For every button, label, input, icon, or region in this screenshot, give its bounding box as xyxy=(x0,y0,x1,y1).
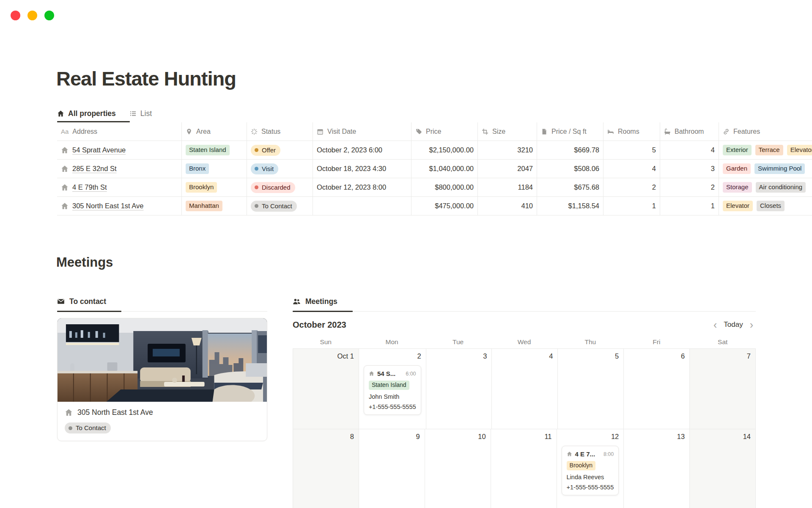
event-title-row: 4 E 7... 8:00 xyxy=(567,450,614,458)
house-icon xyxy=(65,409,73,417)
pin-icon xyxy=(186,128,192,135)
feature-badge: Exterior xyxy=(723,145,752,155)
column-header-size[interactable]: Size xyxy=(478,122,537,141)
calendar-day-cell[interactable]: 9 xyxy=(359,429,425,508)
cell-size[interactable]: 3210 xyxy=(478,141,537,160)
column-header-visit-date[interactable]: Visit Date xyxy=(313,122,411,141)
column-header-features[interactable]: Features xyxy=(719,122,812,141)
property-card-address[interactable]: 305 North East 1st Ave xyxy=(65,408,260,417)
calendar-day-cell[interactable]: 12 4 E 7... 8:00 Brooklyn Linda Reeves +… xyxy=(557,429,624,508)
cell-rooms[interactable]: 4 xyxy=(604,160,660,178)
cell-address[interactable]: 285 E 32nd St xyxy=(57,160,182,178)
calendar-day-cell[interactable]: 14 xyxy=(689,429,756,508)
cell-features[interactable]: Exterior Terrace Elevator xyxy=(719,141,812,160)
calendar-event-card[interactable]: 54 S... 6:00 Staten Island John Smith +1… xyxy=(364,365,421,415)
weekday-label: Wed xyxy=(491,336,557,348)
event-phone[interactable]: +1-555-555-5555 xyxy=(369,403,416,410)
cell-size[interactable]: 1184 xyxy=(478,178,537,197)
cell-area[interactable]: Bronx xyxy=(182,160,247,178)
cell-features[interactable]: Storage Air conditioning xyxy=(719,178,812,197)
cell-rooms[interactable]: 5 xyxy=(604,141,660,160)
cell-visit-date[interactable]: October 18, 2023 4:30 xyxy=(313,160,411,178)
cell-price[interactable]: $800,000.00 xyxy=(411,178,478,197)
cell-price-sqft[interactable]: $1,158.54 xyxy=(537,197,604,215)
cell-status[interactable]: Discarded xyxy=(247,178,313,197)
calendar-day-cell[interactable]: 2 54 S... 6:00 Staten Island John Smith … xyxy=(359,349,426,429)
column-header-status[interactable]: Status xyxy=(247,122,313,141)
calendar-day-cell[interactable]: 5 xyxy=(557,349,623,429)
close-button[interactable] xyxy=(11,11,20,20)
calendar-day-cell[interactable]: 4 xyxy=(491,349,557,429)
calendar-icon xyxy=(317,128,324,135)
calendar-day-cell[interactable]: Oct 1 xyxy=(293,349,359,429)
column-header-price[interactable]: Price xyxy=(411,122,478,141)
cell-area[interactable]: Staten Island xyxy=(182,141,247,160)
cell-price-sqft[interactable]: $508.06 xyxy=(537,160,604,178)
column-header-price-sqft[interactable]: Price / Sq ft xyxy=(537,122,604,141)
tab-list[interactable]: List xyxy=(129,109,152,118)
cell-bathroom[interactable]: 3 xyxy=(660,160,719,178)
calendar-event-card[interactable]: 4 E 7... 8:00 Brooklyn Linda Reeves +1-5… xyxy=(562,446,619,495)
cell-visit-date[interactable]: October 12, 2023 8:00 xyxy=(313,178,411,197)
status-dot xyxy=(255,185,258,189)
zoom-button[interactable] xyxy=(44,11,54,20)
cell-area[interactable]: Manhattan xyxy=(182,197,247,215)
cell-rooms[interactable]: 2 xyxy=(604,178,660,197)
today-button[interactable]: Today xyxy=(724,320,743,329)
cell-address[interactable]: 305 North East 1st Ave xyxy=(57,197,182,215)
minimize-button[interactable] xyxy=(27,11,37,20)
calendar-day-cell[interactable]: 6 xyxy=(623,349,689,429)
cell-bathroom[interactable]: 1 xyxy=(660,197,719,215)
column-header-address[interactable]: Aa Address xyxy=(57,122,182,141)
weekday-label: Sat xyxy=(690,336,756,348)
cell-address[interactable]: 4 E 79th St xyxy=(57,178,182,197)
event-phone[interactable]: +1-555-555-5555 xyxy=(567,484,614,491)
calendar-day-cell[interactable]: 13 xyxy=(623,429,689,508)
tab-meetings[interactable]: Meetings xyxy=(293,292,756,311)
tab-all-properties[interactable]: All properties xyxy=(57,109,116,118)
file-icon xyxy=(541,128,548,135)
cell-price-sqft[interactable]: $669.78 xyxy=(537,141,604,160)
cell-address[interactable]: 54 Spratt Avenue xyxy=(57,141,182,160)
calendar-day-cell[interactable]: 7 xyxy=(689,349,756,429)
house-icon xyxy=(567,451,572,457)
feature-badge: Swimming Pool xyxy=(754,163,805,174)
next-month-button[interactable]: › xyxy=(750,320,753,330)
calendar-day-cell[interactable]: 11 xyxy=(491,429,557,508)
column-header-rooms[interactable]: Rooms xyxy=(604,122,660,141)
cell-area[interactable]: Brooklyn xyxy=(182,178,247,197)
column-header-area[interactable]: Area xyxy=(182,122,247,141)
weekday-label: Thu xyxy=(557,336,623,348)
cell-bathroom[interactable]: 4 xyxy=(660,141,719,160)
cell-bathroom[interactable]: 2 xyxy=(660,178,719,197)
calendar-day-cell[interactable]: 10 xyxy=(425,429,491,508)
cell-visit-date[interactable] xyxy=(313,197,411,215)
feature-badge: Air conditioning xyxy=(756,182,806,193)
cell-rooms[interactable]: 1 xyxy=(604,197,660,215)
table-row: 54 Spratt Avenue Staten Island Offer Oct… xyxy=(57,141,812,160)
tab-to-contact[interactable]: To contact xyxy=(57,292,267,311)
cell-status[interactable]: Visit xyxy=(247,160,313,178)
column-header-bathroom[interactable]: Bathroom xyxy=(660,122,719,141)
feature-badge: Storage xyxy=(723,182,752,193)
status-dot xyxy=(69,426,72,430)
property-card[interactable]: 305 North East 1st Ave To Contact xyxy=(57,318,267,441)
cell-size[interactable]: 410 xyxy=(478,197,537,215)
cell-status[interactable]: Offer xyxy=(247,141,313,160)
cell-price[interactable]: $1,040,000.00 xyxy=(411,160,478,178)
cell-features[interactable]: Garden Swimming Pool xyxy=(719,160,812,178)
cell-status[interactable]: To Contact xyxy=(247,197,313,215)
cell-price[interactable]: $475,000.00 xyxy=(411,197,478,215)
event-title: 54 S... xyxy=(377,370,395,377)
event-time: 6:00 xyxy=(406,371,416,377)
cell-features[interactable]: Elevator Closets xyxy=(719,197,812,215)
cell-size[interactable]: 2047 xyxy=(478,160,537,178)
cell-visit-date[interactable]: October 2, 2023 6:00 xyxy=(313,141,411,160)
prev-month-button[interactable]: ‹ xyxy=(713,320,717,330)
calendar-month-label: October 2023 xyxy=(293,320,346,330)
cell-price-sqft[interactable]: $675.68 xyxy=(537,178,604,197)
calendar-day-cell[interactable]: 3 xyxy=(426,349,492,429)
cell-price[interactable]: $2,150,000.00 xyxy=(411,141,478,160)
feature-badge: Garden xyxy=(723,163,751,174)
calendar-day-cell[interactable]: 8 xyxy=(293,429,359,508)
